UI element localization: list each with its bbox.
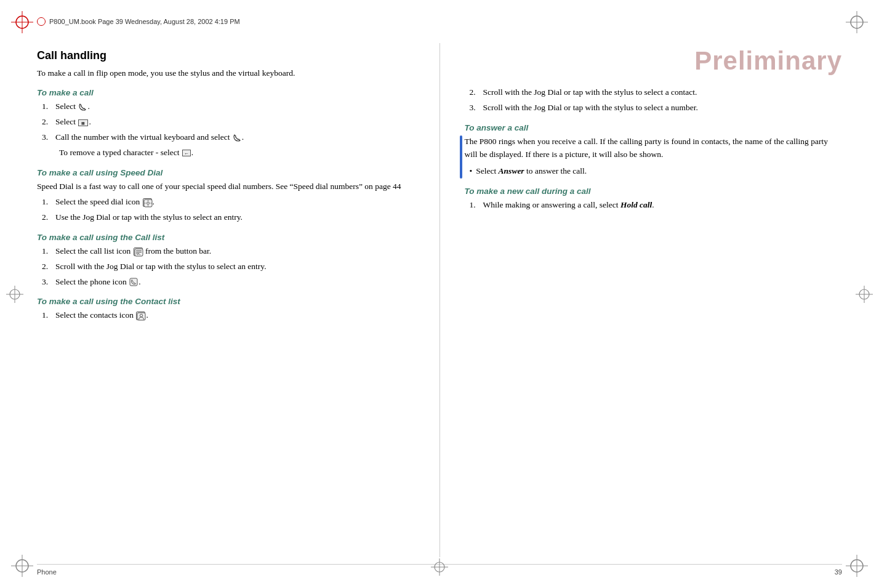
list-content-cl-1: Select the call list icon from the butto… xyxy=(55,245,415,258)
list-num-sd-1: 1. xyxy=(42,196,53,209)
left-column: Call handling To make a call in flip ope… xyxy=(37,43,415,557)
list-item-sd-2: 2. Use the Jog Dial or tap with the styl… xyxy=(37,211,415,224)
list-num-ct-1: 1. xyxy=(42,309,53,322)
list-content-3: Call the number with the virtual keyboar… xyxy=(55,131,415,144)
footer-right: 39 xyxy=(835,568,842,576)
answer-bullet: • Select Answer to answer the call. xyxy=(465,165,843,178)
list-item-cl-3: 3. Select the phone icon . xyxy=(37,276,415,289)
list-num-3: 3. xyxy=(42,131,53,144)
list-content-2: Select ▦. xyxy=(55,116,415,129)
subheading-make-call: To make a call xyxy=(37,88,415,97)
subheading-speed-dial: To make a call using Speed Dial xyxy=(37,168,415,177)
contacts-icon xyxy=(136,312,145,320)
subheading-answer-call: To answer a call xyxy=(465,123,843,132)
list-item-cl-2: 2. Scroll with the Jog Dial or tap with … xyxy=(37,260,415,273)
content-area: Call handling To make a call in flip ope… xyxy=(37,43,842,557)
list-num-nc-1: 1. xyxy=(470,199,481,212)
corner-mark-tr xyxy=(846,11,868,33)
phone-icon-3 xyxy=(129,278,138,286)
list-item-nc-1: 1. While making or answering a call, sel… xyxy=(465,199,843,212)
phone-icon-1 xyxy=(78,103,87,111)
svg-rect-29 xyxy=(137,313,145,320)
hold-call-bold: Hold call xyxy=(620,200,652,209)
list-content-1: Select . xyxy=(55,100,415,113)
blue-bar xyxy=(460,135,462,179)
watermark: Preliminary xyxy=(694,46,842,76)
corner-mark-br xyxy=(846,555,868,577)
top-bar: P800_UM.book Page 39 Wednesday, August 2… xyxy=(37,17,842,26)
speed-dial-icon xyxy=(143,198,152,207)
list-content-nc-1: While making or answering a call, select… xyxy=(483,199,843,212)
top-bar-circle xyxy=(37,17,46,26)
list-content-rc-3: Scroll with the Jog Dial or tap with the… xyxy=(483,102,843,115)
list-item-rc-3: 3. Scroll with the Jog Dial or tap with … xyxy=(465,102,843,115)
footer-left: Phone xyxy=(37,568,57,576)
list-num-rc-2: 2. xyxy=(470,86,481,99)
list-num-1: 1. xyxy=(42,100,53,113)
side-mark-right xyxy=(856,286,873,303)
subheading-contact-list: To make a call using the Contact list xyxy=(37,297,415,306)
list-content-cl-2: Scroll with the Jog Dial or tap with the… xyxy=(55,260,415,273)
keyboard-icon: ▦ xyxy=(78,119,88,126)
corner-mark-bl xyxy=(11,555,33,577)
list-item-sd-1: 1. Select the speed dial icon . xyxy=(37,196,415,209)
intro-text: To make a call in flip open mode, you us… xyxy=(37,67,415,79)
list-num-cl-2: 2. xyxy=(42,260,53,273)
bullet-content: Select Answer to answer the call. xyxy=(476,165,587,178)
answer-call-body: The P800 rings when you receive a call. … xyxy=(465,135,843,161)
bullet-dot: • xyxy=(470,165,473,178)
list-num-2: 2. xyxy=(42,116,53,129)
answer-suffix: to answer the call. xyxy=(524,166,587,175)
subheading-new-call: To make a new call during a call xyxy=(465,187,843,196)
call-list-icon xyxy=(134,248,143,256)
subheading-call-list: To make a call using the Call list xyxy=(37,233,415,242)
list-content-sd-2: Use the Jog Dial or tap with the stylus … xyxy=(55,211,415,224)
list-item-cl-1: 1. Select the call list icon from the bu… xyxy=(37,245,415,258)
section-title: Call handling xyxy=(37,49,415,62)
list-item-2: 2. Select ▦. xyxy=(37,116,415,129)
list-num-cl-3: 3. xyxy=(42,276,53,289)
list-content-cl-3: Select the phone icon . xyxy=(55,276,415,289)
list-item-3: 3. Call the number with the virtual keyb… xyxy=(37,131,415,144)
side-mark-left xyxy=(6,286,23,303)
phone-icon-2 xyxy=(233,134,241,142)
list-num-rc-3: 3. xyxy=(470,102,481,115)
list-item-1: 1. Select . xyxy=(37,100,415,113)
list-content-rc-2: Scroll with the Jog Dial or tap with the… xyxy=(483,86,843,99)
indent-item-remove: To remove a typed character - select ←. xyxy=(37,147,415,159)
answer-call-section: The P800 rings when you receive a call. … xyxy=(465,135,843,161)
list-content-ct-1: Select the contacts icon . xyxy=(55,309,415,322)
top-bar-text: P800_UM.book Page 39 Wednesday, August 2… xyxy=(49,18,240,25)
right-column: Preliminary 2. Scroll with the Jog Dial … xyxy=(465,43,843,557)
list-item-ct-1: 1. Select the contacts icon . xyxy=(37,309,415,322)
list-num-sd-2: 2. xyxy=(42,211,53,224)
bottom-center-mark xyxy=(431,558,448,578)
hold-call-period: . xyxy=(652,200,654,209)
corner-mark-tl xyxy=(11,11,33,33)
list-content-sd-1: Select the speed dial icon . xyxy=(55,196,415,209)
column-divider xyxy=(440,43,440,557)
answer-bold: Answer xyxy=(499,166,524,175)
back-icon: ← xyxy=(182,150,191,156)
list-item-rc-2: 2. Scroll with the Jog Dial or tap with … xyxy=(465,86,843,99)
speed-dial-intro: Speed Dial is a fast way to call one of … xyxy=(37,180,415,193)
list-num-cl-1: 1. xyxy=(42,245,53,258)
